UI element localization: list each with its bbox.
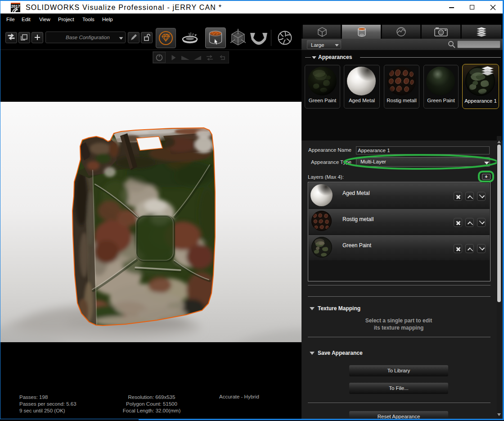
- svg-text:2017: 2017: [11, 4, 20, 9]
